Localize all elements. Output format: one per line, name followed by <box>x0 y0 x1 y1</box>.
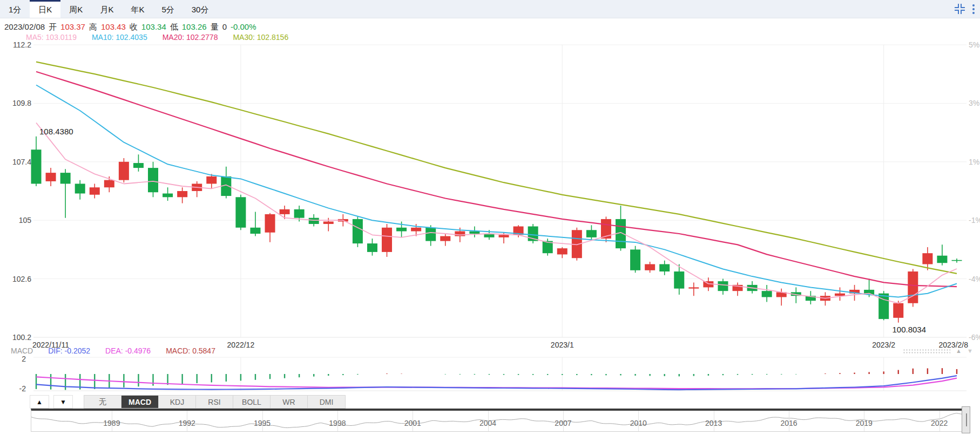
nav-year-label: 1992 <box>179 419 195 427</box>
macd-legend-row: MACDDIF: -0.2052DEA: -0.4976MACD: 0.5847 <box>11 346 215 355</box>
svg-text:3%: 3% <box>969 99 979 107</box>
ma-legend-ma10: MA10: 102.4035 <box>92 33 147 42</box>
quote-volume-value: 0 <box>222 22 227 32</box>
period-tab-月K[interactable]: 月K <box>91 0 122 18</box>
nav-year-label: 1998 <box>329 419 346 427</box>
ma20-line <box>36 72 957 287</box>
quote-label-低: 低 <box>170 22 178 32</box>
svg-text:-4%: -4% <box>969 275 980 283</box>
ma-legend-row: MA5: 103.0119MA10: 102.4035MA20: 102.277… <box>26 33 288 42</box>
svg-text:-1%: -1% <box>969 216 980 225</box>
period-tab-日K[interactable]: 日K <box>30 0 60 18</box>
period-tab-5分[interactable]: 5分 <box>153 0 183 18</box>
nav-year-label: 1995 <box>254 419 271 427</box>
quote-volume-label: 量 <box>211 22 219 32</box>
svg-text:2: 2 <box>22 355 26 363</box>
nav-year-label: 2010 <box>630 419 647 427</box>
scroll-up-icon[interactable]: ▲ <box>956 348 962 354</box>
nav-year-label: 2019 <box>856 419 873 427</box>
macd-title: MACD <box>11 346 33 355</box>
indicator-tab-无[interactable]: 无 <box>84 396 121 408</box>
macd-panel[interactable]: 2-2 <box>19 355 967 393</box>
period-tab-年K[interactable]: 年K <box>122 0 153 18</box>
more-menu-icon[interactable] <box>972 4 975 14</box>
svg-text:-2: -2 <box>19 384 26 393</box>
candlestick-chart[interactable]: 112.25%109.83%107.41%105-1%102.6-4%100.2… <box>0 0 980 442</box>
dea-line <box>36 377 957 389</box>
indicator-tab-DMI[interactable]: DMI <box>308 396 345 408</box>
svg-text:-6%: -6% <box>969 333 980 342</box>
svg-text:1%: 1% <box>969 158 979 166</box>
ma5-line <box>36 123 957 303</box>
ma-legend-ma20: MA20: 102.2778 <box>163 33 218 42</box>
ma-legend-ma5: MA5: 103.0119 <box>26 33 77 42</box>
quote-label-收: 收 <box>130 22 138 32</box>
nav-year-label: 2013 <box>705 419 722 427</box>
main-grid: 112.25%109.83%107.41%105-1%102.6-4%100.2… <box>12 40 980 349</box>
indicator-tab-MACD[interactable]: MACD <box>121 396 159 408</box>
svg-text:2023/2: 2023/2 <box>872 341 895 349</box>
svg-text:102.6: 102.6 <box>12 275 31 283</box>
nav-year-label: 2016 <box>780 419 797 427</box>
timeline-navigator[interactable]: 1989199219951998200120042007201020132016… <box>31 409 967 432</box>
nav-year-label: 2007 <box>555 419 571 427</box>
topbar-icons <box>955 0 980 18</box>
candles-group <box>31 137 962 323</box>
dotted-slider[interactable] <box>903 349 950 353</box>
indicator-tab-RSI[interactable]: RSI <box>196 396 233 408</box>
nav-year-label: 2004 <box>479 419 496 427</box>
quote-value: 103.34 <box>141 22 166 32</box>
svg-text:100.2: 100.2 <box>12 333 31 342</box>
period-tab-bar: 1分日K周K月K年K5分30分 <box>0 0 980 18</box>
quote-ohlc-row: 2023/02/08开103.37高103.43收103.34低103.26量0… <box>4 22 256 32</box>
macd-header-controls: ▲ ▼ <box>903 348 973 354</box>
svg-text:5%: 5% <box>969 40 979 49</box>
nav-year-label: 1989 <box>103 419 120 427</box>
annotation-high: 108.4380 <box>39 127 73 136</box>
indicator-bar: ▲ ▼ 无MACDKDJRSIBOLLWRDMI <box>30 395 346 409</box>
timeline-range-handle[interactable] <box>962 406 970 433</box>
indicator-tabs: 无MACDKDJRSIBOLLWRDMI <box>84 395 346 409</box>
nav-year-label: 2001 <box>404 419 421 427</box>
quote-value: 103.37 <box>60 22 85 32</box>
indicator-down-button[interactable]: ▼ <box>53 395 73 409</box>
macd-legend-macd_text: MACD: 0.5847 <box>166 346 215 355</box>
period-tab-1分[interactable]: 1分 <box>0 0 30 18</box>
svg-text:2022/12: 2022/12 <box>227 341 255 349</box>
macd-legend-dif: DIF: -0.2052 <box>48 346 90 355</box>
svg-text:105: 105 <box>19 216 32 225</box>
quote-value: 103.26 <box>182 22 207 32</box>
stock-chart-app: 112.25%109.83%107.41%105-1%102.6-4%100.2… <box>0 0 980 442</box>
quote-value: 103.43 <box>101 22 126 32</box>
quote-change: -0.00% <box>231 22 256 32</box>
svg-text:109.8: 109.8 <box>12 99 31 107</box>
svg-text:107.4: 107.4 <box>12 158 31 166</box>
timeline-sparkline <box>31 411 966 431</box>
period-tab-30分[interactable]: 30分 <box>183 0 218 18</box>
indicator-up-button[interactable]: ▲ <box>30 395 49 409</box>
period-tab-周K[interactable]: 周K <box>60 0 91 18</box>
quote-label-开: 开 <box>49 22 57 32</box>
indicator-tab-KDJ[interactable]: KDJ <box>159 396 196 408</box>
scroll-down-icon[interactable]: ▼ <box>967 348 973 354</box>
macd-legend-dea: DEA: -0.4976 <box>105 346 151 355</box>
collapse-icon[interactable] <box>955 4 965 14</box>
quote-date: 2023/02/08 <box>4 22 45 32</box>
svg-text:2023/1: 2023/1 <box>551 341 574 349</box>
annotation-low: 100.8034 <box>892 325 926 334</box>
ma30-line <box>36 62 957 274</box>
dif-line <box>36 376 957 390</box>
indicator-tab-BOLL[interactable]: BOLL <box>233 396 271 408</box>
quote-label-高: 高 <box>89 22 97 32</box>
topbar-spacer <box>217 0 955 18</box>
indicator-tab-WR[interactable]: WR <box>271 396 308 408</box>
ma-legend-ma30: MA30: 102.8156 <box>233 33 288 42</box>
nav-year-label: 2022 <box>931 419 948 427</box>
